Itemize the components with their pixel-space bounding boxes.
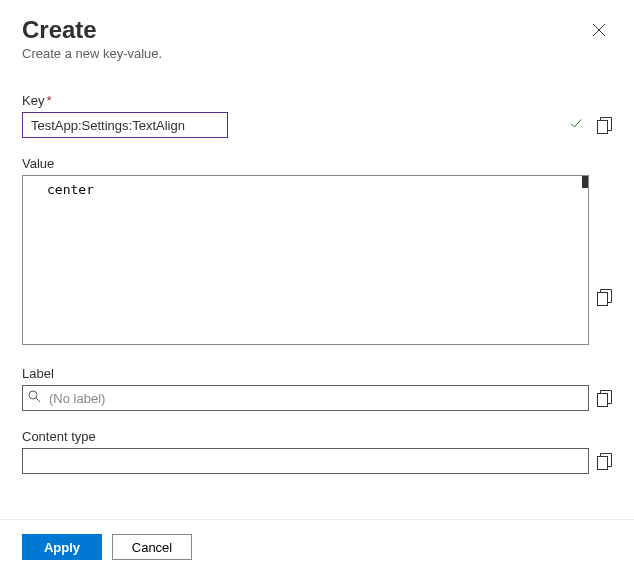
svg-rect-4 <box>598 393 608 406</box>
value-textarea[interactable]: center <box>22 175 589 345</box>
key-label-text: Key <box>22 93 44 108</box>
copy-icon <box>597 289 612 306</box>
content-type-input[interactable] <box>22 448 589 474</box>
value-label: Value <box>22 156 612 171</box>
checkmark-icon <box>569 117 583 134</box>
key-label: Key* <box>22 93 612 108</box>
copy-label-button[interactable] <box>597 390 612 407</box>
key-input[interactable] <box>22 112 228 138</box>
panel-title: Create <box>22 16 162 44</box>
close-button[interactable] <box>586 20 612 42</box>
svg-rect-1 <box>598 293 608 306</box>
close-icon <box>592 23 606 37</box>
copy-icon <box>597 390 612 407</box>
copy-key-button[interactable] <box>597 117 612 134</box>
copy-value-button[interactable] <box>597 289 612 306</box>
svg-rect-0 <box>598 120 608 133</box>
label-input[interactable] <box>22 385 589 411</box>
cancel-button[interactable]: Cancel <box>112 534 192 560</box>
label-field-label: Label <box>22 366 612 381</box>
scrollbar-thumb[interactable] <box>582 176 588 188</box>
footer: Apply Cancel <box>0 519 634 574</box>
apply-button[interactable]: Apply <box>22 534 102 560</box>
svg-rect-5 <box>598 456 608 469</box>
copy-content-type-button[interactable] <box>597 453 612 470</box>
copy-icon <box>597 453 612 470</box>
required-marker: * <box>46 93 51 108</box>
panel-subtitle: Create a new key-value. <box>22 46 162 61</box>
content-type-label: Content type <box>22 429 612 444</box>
copy-icon <box>597 117 612 134</box>
